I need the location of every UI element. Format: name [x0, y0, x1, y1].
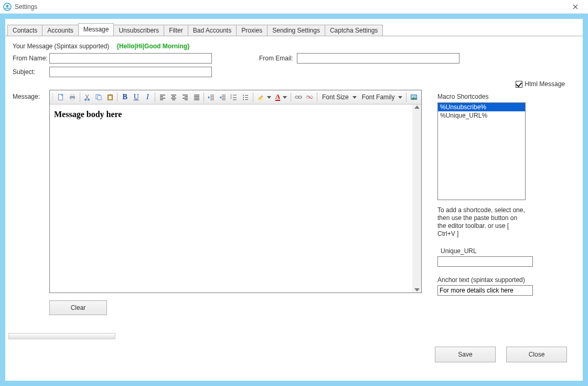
toolbar-grip-icon — [52, 92, 54, 102]
window-close-button[interactable] — [565, 0, 586, 14]
link-button[interactable] — [293, 91, 304, 103]
svg-point-15 — [243, 95, 244, 96]
from-email-label: From Email: — [259, 55, 297, 62]
main-panel: ContactsAccountsMessageUnsubscribersFilt… — [5, 19, 583, 381]
macro-shortcodes-list[interactable]: %Unsubscribe%%Unique_URL% — [437, 102, 526, 200]
paste-button[interactable] — [105, 91, 115, 103]
window-title: Settings — [15, 3, 37, 11]
svg-point-17 — [243, 99, 244, 100]
align-right-button[interactable] — [180, 91, 190, 103]
tab-filter[interactable]: Filter — [164, 25, 188, 36]
copy-button[interactable] — [93, 91, 104, 103]
new-doc-button[interactable] — [56, 91, 67, 103]
macro-item[interactable]: %Unique_URL% — [438, 111, 525, 120]
tab-sending-settings[interactable]: Sending Settings — [267, 25, 325, 36]
italic-button[interactable]: I — [143, 91, 153, 103]
editor-scrollbar[interactable] — [412, 105, 421, 293]
svg-rect-11 — [109, 95, 111, 96]
scroll-up-icon — [414, 106, 420, 109]
unlink-button[interactable] — [305, 91, 315, 103]
editor-toolbar: B U I 12 — [50, 90, 421, 105]
titlebar: Settings — [0, 0, 588, 14]
save-button[interactable]: Save — [435, 347, 496, 362]
anchor-text-input[interactable] — [437, 285, 533, 296]
status-strip — [8, 333, 115, 339]
print-button[interactable] — [67, 91, 78, 103]
your-message-label: Your Message (Spintax supported) — [13, 43, 109, 50]
svg-point-16 — [243, 97, 244, 98]
clear-button[interactable]: Clear — [49, 300, 107, 315]
tab-contacts[interactable]: Contacts — [7, 25, 42, 36]
font-family-dropdown[interactable]: Font Family — [359, 91, 404, 103]
svg-rect-9 — [98, 96, 101, 100]
tabstrip: ContactsAccountsMessageUnsubscribersFilt… — [5, 19, 583, 36]
font-color-button[interactable]: A — [274, 91, 288, 103]
svg-rect-12 — [109, 96, 111, 99]
app-icon — [3, 3, 12, 11]
message-label: Message: — [13, 93, 40, 100]
bold-button[interactable]: B — [120, 91, 130, 103]
tab-body: Your Message (Spintax supported) {Hello|… — [5, 36, 583, 330]
unordered-list-button[interactable] — [240, 91, 251, 103]
macro-shortcodes-label: Macro Shortcodes — [437, 93, 575, 100]
client-area: ContactsAccountsMessageUnsubscribersFilt… — [0, 14, 588, 386]
html-message-label: Html Message — [525, 80, 565, 88]
from-name-label: From Name: — [13, 55, 49, 62]
align-justify-button[interactable] — [191, 91, 202, 103]
settings-window: Settings ContactsAccountsMessageUnsubscr… — [0, 0, 588, 386]
cut-button[interactable] — [82, 91, 93, 103]
subject-label: Subject: — [13, 68, 49, 76]
svg-point-1 — [6, 5, 8, 7]
html-message-checkbox[interactable] — [516, 81, 522, 88]
from-email-input[interactable] — [297, 53, 459, 64]
scroll-down-icon — [414, 288, 420, 291]
align-left-button[interactable] — [157, 91, 168, 103]
close-button[interactable]: Close — [506, 347, 567, 362]
svg-rect-18 — [258, 99, 263, 100]
tab-captcha-settings[interactable]: Captcha Settings — [325, 25, 383, 36]
outdent-button[interactable] — [218, 91, 228, 103]
svg-point-24 — [412, 96, 414, 97]
svg-rect-5 — [71, 98, 74, 100]
tab-unsubscribers[interactable]: Unsubscribers — [113, 25, 164, 36]
font-size-dropdown[interactable]: Font Size — [319, 91, 358, 103]
svg-rect-4 — [71, 95, 74, 96]
svg-text:2: 2 — [230, 96, 232, 99]
rich-text-editor: B U I 12 — [49, 90, 422, 293]
tab-accounts[interactable]: Accounts — [42, 25, 78, 36]
macro-item[interactable]: %Unsubscribe% — [438, 103, 525, 111]
unique-url-label: Unique_URL — [441, 247, 575, 255]
tab-bad-accounts[interactable]: Bad Accounts — [188, 25, 237, 36]
editor-body[interactable]: Message body here — [50, 105, 412, 293]
insert-image-button[interactable] — [409, 91, 419, 103]
spintax-hint: {Hello|Hi|Good Morning} — [116, 43, 189, 50]
tab-message[interactable]: Message — [78, 23, 114, 36]
indent-button[interactable] — [206, 91, 217, 103]
unique-url-input[interactable] — [437, 256, 533, 267]
anchor-text-label: Anchor text (spintax supported) — [437, 276, 575, 284]
align-center-button[interactable] — [169, 91, 179, 103]
macro-hint: To add a shortcode, select one, then use… — [437, 206, 526, 238]
tab-proxies[interactable]: Proxies — [236, 25, 268, 36]
footer: Save Close — [5, 339, 583, 368]
subject-input[interactable] — [49, 67, 212, 77]
ordered-list-button[interactable]: 12 — [229, 91, 240, 103]
from-name-input[interactable] — [49, 53, 212, 64]
highlight-color-button[interactable] — [255, 91, 273, 103]
underline-button[interactable]: U — [131, 91, 142, 103]
